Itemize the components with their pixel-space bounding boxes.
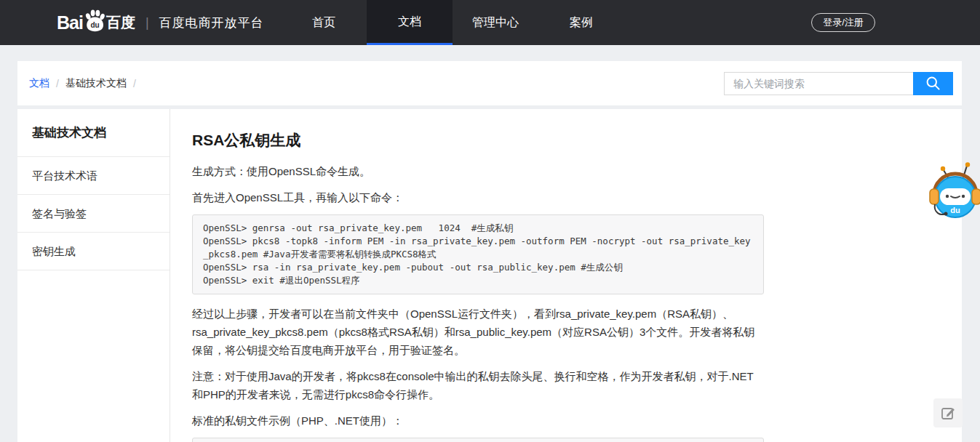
breadcrumb-bar: 文档 / 基础技术文档 /	[17, 61, 962, 105]
content-card: 基础技术文档 平台技术术语 签名与验签 密钥生成 RSA公私钥生成 生成方式：使…	[17, 109, 962, 442]
logo-paw-du-text: du	[90, 21, 99, 29]
breadcrumb-separator: /	[56, 78, 59, 89]
nav-item-home[interactable]: 首页	[281, 0, 367, 45]
mascot-antenna-left	[941, 166, 945, 171]
mascot-face	[940, 188, 971, 205]
breadcrumb: 文档 / 基础技术文档 /	[29, 77, 136, 90]
breadcrumb-link-docs[interactable]: 文档	[29, 77, 49, 90]
page-title: RSA公私钥生成	[192, 130, 764, 150]
customer-service-mascot[interactable]: du	[929, 161, 980, 220]
mascot-ear-left	[930, 189, 939, 204]
sidebar-item-platform-terms[interactable]: 平台技术术语	[17, 157, 170, 195]
paragraph-openssl-intro: 首先进入OpenSSL工具，再输入以下命令：	[192, 188, 764, 206]
logo-text-baidu-cn: 百度	[106, 13, 135, 33]
search-input[interactable]	[724, 72, 913, 95]
search-icon	[925, 75, 941, 92]
sidebar-item-sign-and-verify[interactable]: 签名与验签	[17, 195, 170, 233]
breadcrumb-item-basic-tech-docs[interactable]: 基础技术文档	[65, 77, 127, 90]
code-block-private-key-example: -----BEGIN RSA PRIVATE KEY----- MIICXQIB…	[192, 438, 764, 442]
search-button[interactable]	[913, 72, 953, 95]
main-nav: 首页 文档 管理中心 案例	[281, 0, 624, 45]
platform-title: 百度电商开放平台	[159, 15, 264, 31]
top-navbar: Bai du 百度 | 百度电商开放平台 首页 文档 管理中心 案例 登录/注册	[0, 0, 980, 45]
nav-item-management-center[interactable]: 管理中心	[453, 0, 538, 45]
sidebar-item-key-generation[interactable]: 密钥生成	[17, 233, 170, 270]
breadcrumb-separator: /	[133, 78, 136, 89]
article: RSA公私钥生成 生成方式：使用OpenSSL命令生成。 首先进入OpenSSL…	[170, 109, 764, 442]
nav-item-cases[interactable]: 案例	[538, 0, 624, 45]
baidu-paw-icon: du	[84, 9, 105, 33]
search-box	[724, 72, 953, 95]
code-block-openssl-commands: OpenSSL> genrsa -out rsa_private_key.pem…	[192, 214, 764, 294]
paragraph-generation-method: 生成方式：使用OpenSSL命令生成。	[192, 162, 764, 180]
paragraph-java-note: 注意：对于使用Java的开发者，将pkcs8在console中输出的私钥去除头尾…	[192, 367, 764, 403]
feedback-edit-button[interactable]	[933, 398, 963, 427]
nav-item-docs[interactable]: 文档	[367, 0, 453, 45]
mascot-ear-right	[972, 189, 980, 204]
edit-icon	[940, 405, 956, 421]
logo-text-bai: Bai	[57, 12, 83, 33]
sidebar-header-basic-tech-docs: 基础技术文档	[17, 109, 170, 157]
login-register-button[interactable]: 登录/注册	[811, 13, 875, 32]
logo-divider: |	[146, 15, 149, 31]
sidebar: 基础技术文档 平台技术术语 签名与验签 密钥生成	[17, 109, 170, 442]
paragraph-key-file-example-label: 标准的私钥文件示例（PHP、.NET使用）：	[192, 411, 764, 430]
baidu-logo[interactable]: Bai du 百度 | 百度电商开放平台	[57, 0, 264, 45]
paragraph-steps-result: 经过以上步骤，开发者可以在当前文件夹中（OpenSSL运行文件夹），看到rsa_…	[192, 305, 764, 359]
mascot-antenna-right	[965, 162, 970, 166]
mascot-du-label: du	[950, 206, 960, 214]
